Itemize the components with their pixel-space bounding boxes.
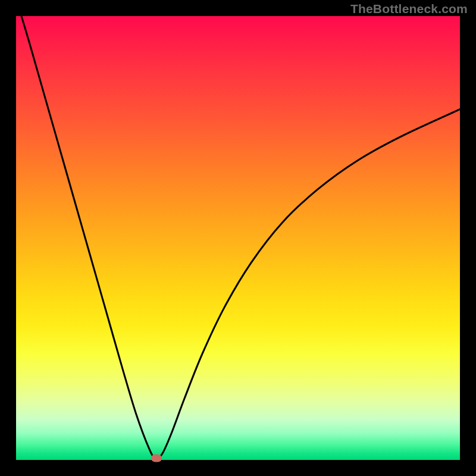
bottleneck-curve	[16, 0, 460, 459]
watermark-text: TheBottleneck.com	[350, 2, 468, 16]
chart-frame: TheBottleneck.com	[0, 0, 476, 476]
plot-area	[16, 16, 460, 460]
optimal-point-marker	[151, 455, 162, 462]
curve-layer	[16, 16, 460, 460]
